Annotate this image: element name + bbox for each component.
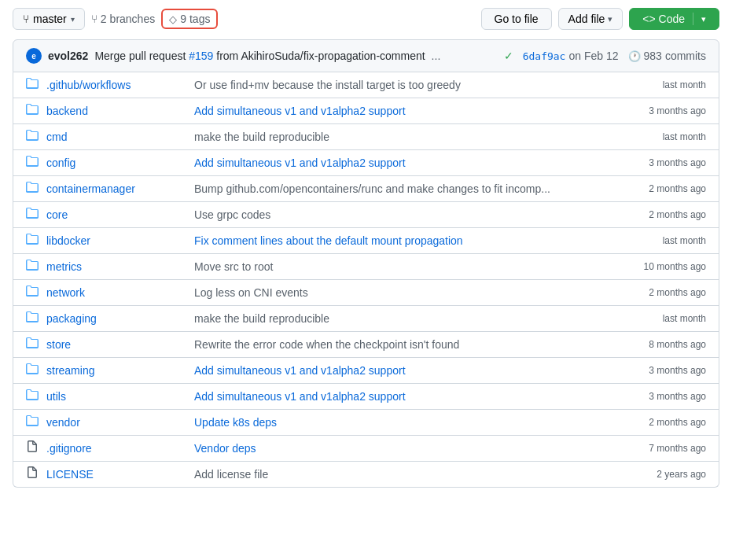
goto-file-button[interactable]: Go to file	[481, 8, 552, 30]
file-time: 8 months ago	[620, 339, 706, 350]
add-file-label: Add file	[568, 13, 605, 25]
file-icon	[26, 440, 40, 456]
folder-icon	[26, 103, 40, 119]
file-name[interactable]: backend	[46, 105, 188, 117]
file-name[interactable]: libdocker	[46, 234, 188, 247]
code-button[interactable]: <> Code ▾	[629, 8, 719, 30]
file-commit-message: Log less on CNI events	[194, 286, 613, 299]
file-commit-message: Move src to root	[194, 260, 613, 273]
file-icon	[26, 466, 40, 482]
commit-link[interactable]: Vendor deps	[194, 442, 256, 455]
file-time: 10 months ago	[620, 261, 706, 272]
file-name[interactable]: config	[46, 157, 188, 169]
commit-link[interactable]: Update k8s deps	[194, 416, 277, 429]
file-name[interactable]: utils	[46, 390, 188, 403]
commits-number: 983	[644, 50, 662, 62]
file-name[interactable]: metrics	[46, 260, 188, 273]
file-time: last month	[620, 313, 706, 324]
tags-count: 9	[180, 13, 186, 25]
file-name[interactable]: .github/workflows	[46, 79, 188, 91]
file-name[interactable]: streaming	[46, 364, 188, 377]
file-name[interactable]: containermanager	[46, 182, 188, 195]
branches-label: branches	[110, 13, 156, 25]
avatar: e	[26, 48, 42, 64]
code-btn-divider	[693, 13, 693, 25]
file-name[interactable]: LICENSE	[46, 468, 188, 481]
file-commit-message: Add simultaneous v1 and v1alpha2 support	[194, 157, 613, 169]
table-row: coreUse grpc codes2 months ago	[13, 202, 719, 228]
folder-icon	[26, 207, 40, 223]
file-commit-message: make the build reproducible	[194, 312, 613, 325]
file-name[interactable]: packaging	[46, 312, 188, 325]
table-row: vendorUpdate k8s deps2 months ago	[13, 410, 719, 436]
goto-file-label: Go to file	[495, 13, 539, 25]
file-commit-message: Or use find+mv because the install targe…	[194, 79, 613, 91]
git-branch-icon: ⑂	[23, 13, 29, 25]
file-time: 3 months ago	[620, 365, 706, 376]
commit-link[interactable]: Add simultaneous v1 and v1alpha2 support	[194, 364, 406, 377]
commit-msg-prefix: Merge pull request	[94, 50, 186, 62]
addfile-chevron-icon: ▾	[608, 14, 612, 24]
file-time: 3 months ago	[620, 105, 706, 116]
branch-selector[interactable]: ⑂ master ▾	[13, 8, 85, 30]
table-row: utilsAdd simultaneous v1 and v1alpha2 su…	[13, 384, 719, 410]
commit-link[interactable]: Fix comment lines about the default moun…	[194, 234, 463, 247]
file-name[interactable]: core	[46, 208, 188, 221]
file-commit-message: Vendor deps	[194, 442, 613, 455]
commit-bar: e evol262 Merge pull request #159 from A…	[13, 39, 719, 72]
code-label: <> Code	[642, 13, 685, 25]
table-row: storeRewrite the error code when the che…	[13, 332, 719, 358]
folder-icon	[26, 259, 40, 274]
file-commit-message: Add simultaneous v1 and v1alpha2 support	[194, 105, 613, 117]
file-name[interactable]: cmd	[46, 131, 188, 143]
file-name[interactable]: vendor	[46, 416, 188, 429]
folder-icon	[26, 155, 40, 171]
branch-name: master	[33, 13, 67, 25]
file-time: 2 years ago	[620, 469, 706, 480]
add-file-button[interactable]: Add file ▾	[558, 8, 623, 30]
table-row: packagingmake the build reproduciblelast…	[13, 306, 719, 332]
folder-icon	[26, 389, 40, 404]
pr-link[interactable]: #159	[189, 50, 213, 62]
branches-icon: ⑂	[91, 13, 97, 25]
file-name[interactable]: .gitignore	[46, 442, 188, 455]
commit-link[interactable]: Add simultaneous v1 and v1alpha2 support	[194, 105, 406, 117]
commits-label: commits	[665, 50, 706, 62]
tag-icon: ◇	[169, 13, 177, 25]
code-chevron-icon: ▾	[701, 14, 706, 24]
file-commit-message: Bump github.com/opencontainers/runc and …	[194, 182, 613, 195]
check-icon: ✓	[504, 50, 513, 62]
table-row: streamingAdd simultaneous v1 and v1alpha…	[13, 358, 719, 384]
commit-right: ✓ 6daf9ac on Feb 12 🕐 983 commits	[504, 50, 706, 62]
folder-icon	[26, 363, 40, 378]
file-commit-message: Add license file	[194, 468, 613, 481]
file-commit-message: make the build reproducible	[194, 131, 613, 143]
table-row: libdockerFix comment lines about the def…	[13, 228, 719, 254]
folder-icon	[26, 77, 40, 93]
file-commit-message: Add simultaneous v1 and v1alpha2 support	[194, 390, 613, 403]
table-row: metricsMove src to root10 months ago	[13, 254, 719, 280]
tags-link[interactable]: ◇ 9 tags	[161, 9, 218, 29]
file-name[interactable]: store	[46, 338, 188, 351]
file-name[interactable]: network	[46, 286, 188, 299]
tags-label: tags	[189, 13, 210, 25]
file-time: last month	[620, 79, 706, 90]
commits-count: 🕐 983 commits	[628, 50, 706, 62]
hash-link[interactable]: 6daf9ac	[523, 50, 566, 62]
file-time: 2 months ago	[620, 287, 706, 298]
branch-chevron-icon: ▾	[71, 15, 75, 24]
branches-link[interactable]: ⑂ 2 branches	[91, 13, 155, 25]
file-table: .github/workflowsOr use find+mv because …	[13, 72, 719, 488]
branches-count: 2	[101, 13, 107, 25]
folder-icon	[26, 129, 40, 145]
table-row: cmdmake the build reproduciblelast month	[13, 124, 719, 150]
clock-icon: 🕐	[628, 50, 641, 62]
folder-icon	[26, 337, 40, 352]
commit-link[interactable]: Add simultaneous v1 and v1alpha2 support	[194, 157, 406, 169]
file-time: 2 months ago	[620, 209, 706, 220]
table-row: configAdd simultaneous v1 and v1alpha2 s…	[13, 150, 719, 176]
commit-msg-suffix: from AkihiroSuda/fix-propagation-comment	[216, 50, 425, 62]
file-time: 2 months ago	[620, 417, 706, 428]
commit-link[interactable]: Add simultaneous v1 and v1alpha2 support	[194, 390, 406, 403]
folder-icon	[26, 285, 40, 300]
